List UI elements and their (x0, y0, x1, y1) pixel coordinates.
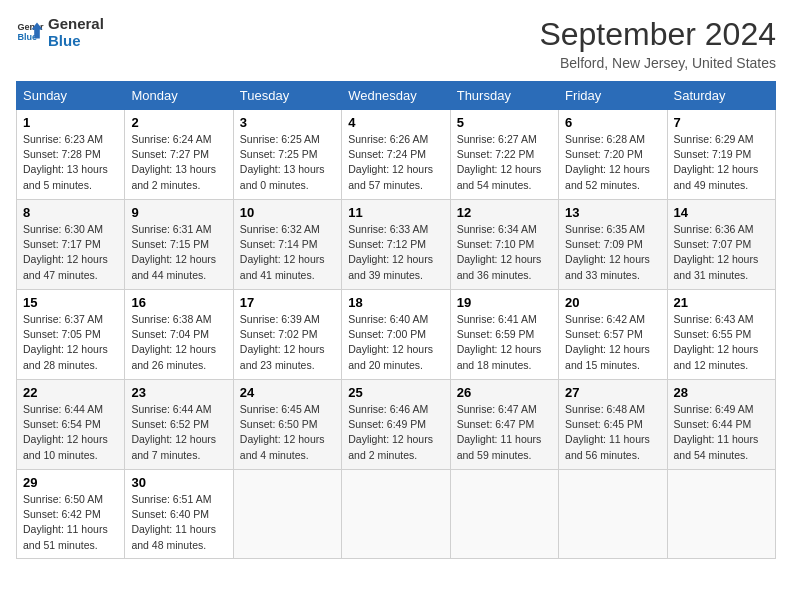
calendar-header-row: SundayMondayTuesdayWednesdayThursdayFrid… (17, 82, 776, 110)
calendar-cell (450, 470, 558, 559)
calendar-cell: 30Sunrise: 6:51 AMSunset: 6:40 PMDayligh… (125, 470, 233, 559)
day-header-thursday: Thursday (450, 82, 558, 110)
day-header-wednesday: Wednesday (342, 82, 450, 110)
calendar-cell: 8Sunrise: 6:30 AMSunset: 7:17 PMDaylight… (17, 200, 125, 290)
day-number: 1 (23, 115, 118, 130)
day-number: 26 (457, 385, 552, 400)
day-number: 11 (348, 205, 443, 220)
calendar-cell: 5Sunrise: 6:27 AMSunset: 7:22 PMDaylight… (450, 110, 558, 200)
day-info: Sunrise: 6:48 AMSunset: 6:45 PMDaylight:… (565, 402, 660, 463)
day-number: 23 (131, 385, 226, 400)
calendar-week-1: 1Sunrise: 6:23 AMSunset: 7:28 PMDaylight… (17, 110, 776, 200)
day-info: Sunrise: 6:25 AMSunset: 7:25 PMDaylight:… (240, 132, 335, 193)
calendar-cell: 10Sunrise: 6:32 AMSunset: 7:14 PMDayligh… (233, 200, 341, 290)
logo-icon: General Blue (16, 19, 44, 47)
day-number: 4 (348, 115, 443, 130)
calendar-cell (667, 470, 775, 559)
calendar-cell: 19Sunrise: 6:41 AMSunset: 6:59 PMDayligh… (450, 290, 558, 380)
calendar-cell: 4Sunrise: 6:26 AMSunset: 7:24 PMDaylight… (342, 110, 450, 200)
day-info: Sunrise: 6:41 AMSunset: 6:59 PMDaylight:… (457, 312, 552, 373)
page-header: General Blue General Blue September 2024… (16, 16, 776, 71)
day-info: Sunrise: 6:46 AMSunset: 6:49 PMDaylight:… (348, 402, 443, 463)
calendar-cell: 11Sunrise: 6:33 AMSunset: 7:12 PMDayligh… (342, 200, 450, 290)
calendar-cell: 9Sunrise: 6:31 AMSunset: 7:15 PMDaylight… (125, 200, 233, 290)
day-header-monday: Monday (125, 82, 233, 110)
calendar-cell: 17Sunrise: 6:39 AMSunset: 7:02 PMDayligh… (233, 290, 341, 380)
calendar-cell: 27Sunrise: 6:48 AMSunset: 6:45 PMDayligh… (559, 380, 667, 470)
day-number: 15 (23, 295, 118, 310)
calendar-cell: 7Sunrise: 6:29 AMSunset: 7:19 PMDaylight… (667, 110, 775, 200)
calendar-cell: 18Sunrise: 6:40 AMSunset: 7:00 PMDayligh… (342, 290, 450, 380)
day-number: 2 (131, 115, 226, 130)
day-number: 5 (457, 115, 552, 130)
day-number: 21 (674, 295, 769, 310)
day-number: 20 (565, 295, 660, 310)
logo: General Blue General Blue (16, 16, 104, 49)
svg-text:Blue: Blue (17, 32, 37, 42)
logo-blue: Blue (48, 33, 104, 50)
calendar-cell: 23Sunrise: 6:44 AMSunset: 6:52 PMDayligh… (125, 380, 233, 470)
day-info: Sunrise: 6:45 AMSunset: 6:50 PMDaylight:… (240, 402, 335, 463)
day-info: Sunrise: 6:51 AMSunset: 6:40 PMDaylight:… (131, 492, 226, 553)
day-header-friday: Friday (559, 82, 667, 110)
title-block: September 2024 Belford, New Jersey, Unit… (539, 16, 776, 71)
logo-general: General (48, 16, 104, 33)
day-number: 6 (565, 115, 660, 130)
day-info: Sunrise: 6:35 AMSunset: 7:09 PMDaylight:… (565, 222, 660, 283)
day-info: Sunrise: 6:39 AMSunset: 7:02 PMDaylight:… (240, 312, 335, 373)
day-number: 14 (674, 205, 769, 220)
day-info: Sunrise: 6:28 AMSunset: 7:20 PMDaylight:… (565, 132, 660, 193)
calendar-week-4: 22Sunrise: 6:44 AMSunset: 6:54 PMDayligh… (17, 380, 776, 470)
calendar-cell: 12Sunrise: 6:34 AMSunset: 7:10 PMDayligh… (450, 200, 558, 290)
calendar-cell: 16Sunrise: 6:38 AMSunset: 7:04 PMDayligh… (125, 290, 233, 380)
location: Belford, New Jersey, United States (539, 55, 776, 71)
day-number: 3 (240, 115, 335, 130)
day-info: Sunrise: 6:40 AMSunset: 7:00 PMDaylight:… (348, 312, 443, 373)
day-number: 12 (457, 205, 552, 220)
day-number: 25 (348, 385, 443, 400)
day-number: 28 (674, 385, 769, 400)
day-number: 24 (240, 385, 335, 400)
day-number: 27 (565, 385, 660, 400)
day-info: Sunrise: 6:36 AMSunset: 7:07 PMDaylight:… (674, 222, 769, 283)
calendar-cell: 26Sunrise: 6:47 AMSunset: 6:47 PMDayligh… (450, 380, 558, 470)
calendar-cell (233, 470, 341, 559)
day-info: Sunrise: 6:23 AMSunset: 7:28 PMDaylight:… (23, 132, 118, 193)
calendar-cell: 21Sunrise: 6:43 AMSunset: 6:55 PMDayligh… (667, 290, 775, 380)
day-info: Sunrise: 6:42 AMSunset: 6:57 PMDaylight:… (565, 312, 660, 373)
calendar-week-2: 8Sunrise: 6:30 AMSunset: 7:17 PMDaylight… (17, 200, 776, 290)
day-number: 8 (23, 205, 118, 220)
day-number: 16 (131, 295, 226, 310)
calendar-cell: 28Sunrise: 6:49 AMSunset: 6:44 PMDayligh… (667, 380, 775, 470)
calendar-cell: 25Sunrise: 6:46 AMSunset: 6:49 PMDayligh… (342, 380, 450, 470)
calendar-cell: 2Sunrise: 6:24 AMSunset: 7:27 PMDaylight… (125, 110, 233, 200)
day-info: Sunrise: 6:34 AMSunset: 7:10 PMDaylight:… (457, 222, 552, 283)
day-number: 22 (23, 385, 118, 400)
day-info: Sunrise: 6:47 AMSunset: 6:47 PMDaylight:… (457, 402, 552, 463)
calendar-cell: 20Sunrise: 6:42 AMSunset: 6:57 PMDayligh… (559, 290, 667, 380)
calendar-table: SundayMondayTuesdayWednesdayThursdayFrid… (16, 81, 776, 559)
calendar-cell: 14Sunrise: 6:36 AMSunset: 7:07 PMDayligh… (667, 200, 775, 290)
day-info: Sunrise: 6:30 AMSunset: 7:17 PMDaylight:… (23, 222, 118, 283)
day-info: Sunrise: 6:44 AMSunset: 6:52 PMDaylight:… (131, 402, 226, 463)
day-info: Sunrise: 6:29 AMSunset: 7:19 PMDaylight:… (674, 132, 769, 193)
calendar-cell: 29Sunrise: 6:50 AMSunset: 6:42 PMDayligh… (17, 470, 125, 559)
calendar-cell (342, 470, 450, 559)
day-info: Sunrise: 6:49 AMSunset: 6:44 PMDaylight:… (674, 402, 769, 463)
day-number: 13 (565, 205, 660, 220)
day-number: 19 (457, 295, 552, 310)
month-title: September 2024 (539, 16, 776, 53)
day-number: 9 (131, 205, 226, 220)
day-info: Sunrise: 6:33 AMSunset: 7:12 PMDaylight:… (348, 222, 443, 283)
calendar-cell: 6Sunrise: 6:28 AMSunset: 7:20 PMDaylight… (559, 110, 667, 200)
day-info: Sunrise: 6:31 AMSunset: 7:15 PMDaylight:… (131, 222, 226, 283)
day-info: Sunrise: 6:27 AMSunset: 7:22 PMDaylight:… (457, 132, 552, 193)
day-number: 29 (23, 475, 118, 490)
day-info: Sunrise: 6:24 AMSunset: 7:27 PMDaylight:… (131, 132, 226, 193)
day-info: Sunrise: 6:44 AMSunset: 6:54 PMDaylight:… (23, 402, 118, 463)
day-number: 18 (348, 295, 443, 310)
day-info: Sunrise: 6:32 AMSunset: 7:14 PMDaylight:… (240, 222, 335, 283)
calendar-week-3: 15Sunrise: 6:37 AMSunset: 7:05 PMDayligh… (17, 290, 776, 380)
day-info: Sunrise: 6:50 AMSunset: 6:42 PMDaylight:… (23, 492, 118, 553)
day-header-saturday: Saturday (667, 82, 775, 110)
